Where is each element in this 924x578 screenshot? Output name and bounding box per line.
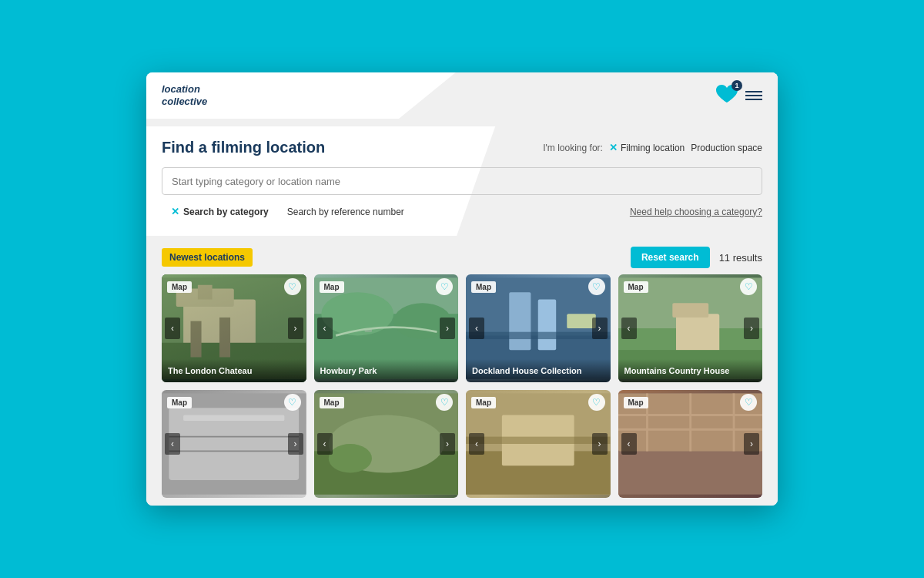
card1-top: Map ♡ (162, 274, 306, 299)
card6-prev-button[interactable]: ‹ (317, 433, 333, 455)
card2-next-button[interactable]: › (440, 318, 455, 339)
card-london-chateau[interactable]: Map ♡ ‹ › The London Chateau (162, 274, 306, 382)
favorites-button[interactable]: 1 (715, 83, 739, 108)
card6-fav-button[interactable]: ♡ (436, 394, 453, 411)
looking-for-label: I'm looking for: (543, 143, 603, 153)
card1-prev-button[interactable]: ‹ (165, 318, 180, 339)
card-dockland-house[interactable]: Map ♡ ‹ › Dockland House Collection (466, 274, 611, 382)
svg-rect-35 (466, 437, 611, 444)
card1-fav-button[interactable]: ♡ (284, 278, 301, 295)
card1-next-button[interactable]: › (288, 318, 303, 339)
menu-icon[interactable] (745, 91, 762, 100)
search-input[interactable] (172, 176, 752, 187)
tab-category-label: Search by category (183, 207, 269, 217)
tab-category-x: ✕ (171, 206, 179, 217)
card-row2-1[interactable]: Map ♡ ‹ › (162, 390, 306, 498)
filter-filming[interactable]: ✕ Filming location (609, 142, 685, 153)
svg-rect-15 (538, 300, 556, 351)
svg-rect-16 (466, 332, 611, 339)
card-row2-4[interactable]: Map ♡ ‹ › (618, 390, 763, 498)
search-title: Find a filming location (162, 139, 325, 156)
results-count: 11 results (719, 252, 762, 264)
card8-top: Map ♡ (618, 390, 763, 415)
logo: location collective (162, 83, 207, 107)
card6-next-button[interactable]: › (440, 433, 455, 455)
card4-overlay: Mountains Country House (618, 359, 763, 382)
card8-map-label[interactable]: Map (624, 397, 648, 408)
card2-fav-button[interactable]: ♡ (436, 278, 453, 295)
card5-fav-button[interactable]: ♡ (284, 394, 301, 411)
svg-point-31 (328, 444, 371, 473)
card2-title: Howbury Park (320, 365, 453, 376)
card-row2-3[interactable]: Map ♡ ‹ › (466, 390, 611, 498)
card3-map-label[interactable]: Map (471, 281, 496, 293)
main-content: Find a filming location I'm looking for:… (146, 119, 778, 506)
search-tabs: ✕ Search by category Search by reference… (162, 203, 762, 220)
card4-title: Mountains Country House (624, 365, 757, 376)
favorites-badge: 1 (732, 80, 742, 91)
card4-map-label[interactable]: Map (624, 281, 648, 293)
reset-search-button[interactable]: Reset search (631, 247, 710, 268)
header-right: 1 (715, 83, 762, 108)
tab-reference-label: Search by reference number (287, 207, 404, 217)
card8-prev-button[interactable]: ‹ (621, 433, 637, 455)
svg-rect-6 (219, 318, 230, 358)
card1-map-label[interactable]: Map (167, 281, 192, 293)
search-header: Find a filming location I'm looking for:… (162, 139, 762, 156)
looking-for-bar: I'm looking for: ✕ Filming location Prod… (543, 142, 762, 153)
tab-by-category[interactable]: ✕ Search by category (162, 203, 278, 220)
search-section-bg: Find a filming location I'm looking for:… (146, 126, 778, 236)
filter-production[interactable]: Production space (691, 143, 762, 153)
card3-prev-button[interactable]: ‹ (469, 318, 484, 339)
svg-rect-21 (672, 303, 708, 318)
card4-top: Map ♡ (618, 274, 763, 299)
logo-line2: collective (162, 96, 207, 108)
svg-rect-14 (509, 292, 531, 350)
newest-badge: Newest locations (162, 248, 253, 267)
card4-prev-button[interactable]: ‹ (621, 318, 637, 339)
logo-line1: location (162, 83, 207, 96)
card1-overlay: The London Chateau (162, 359, 306, 382)
card7-map-label[interactable]: Map (471, 397, 496, 408)
card5-prev-button[interactable]: ‹ (165, 433, 180, 455)
card7-fav-button[interactable]: ♡ (588, 394, 605, 411)
header: location collective 1 (146, 72, 778, 119)
card3-title: Dockland House Collection (472, 365, 604, 376)
card7-next-button[interactable]: › (592, 433, 608, 455)
card2-top: Map ♡ (314, 274, 459, 299)
svg-rect-5 (191, 321, 202, 358)
card3-overlay: Dockland House Collection (466, 359, 611, 382)
results-right: Reset search 11 results (631, 247, 762, 268)
card2-prev-button[interactable]: ‹ (317, 318, 333, 339)
card-howbury-park[interactable]: Map ♡ ‹ › Howbury Park (314, 274, 459, 382)
card8-fav-button[interactable]: ♡ (740, 394, 757, 411)
card3-next-button[interactable]: › (592, 318, 608, 339)
card7-top: Map ♡ (466, 390, 611, 415)
card8-next-button[interactable]: › (744, 433, 759, 455)
search-input-wrapper[interactable] (162, 167, 762, 195)
card5-map-label[interactable]: Map (167, 397, 192, 408)
cards-grid: Map ♡ ‹ › The London Chateau (146, 274, 778, 506)
card6-top: Map ♡ (314, 390, 459, 415)
svg-rect-27 (183, 415, 284, 422)
card6-map-label[interactable]: Map (320, 397, 344, 408)
help-link[interactable]: Need help choosing a category? (630, 207, 762, 217)
card5-next-button[interactable]: › (288, 433, 303, 455)
card-row2-2[interactable]: Map ♡ ‹ › (314, 390, 459, 498)
card4-next-button[interactable]: › (744, 318, 759, 339)
card3-top: Map ♡ (466, 274, 611, 299)
card2-overlay: Howbury Park (314, 359, 459, 382)
search-section: Find a filming location I'm looking for:… (146, 126, 778, 236)
remove-filming-filter[interactable]: ✕ (609, 142, 618, 153)
card1-title: The London Chateau (168, 365, 300, 376)
card2-map-label[interactable]: Map (320, 281, 344, 293)
browser-window: location collective 1 Find a (146, 72, 778, 506)
card4-fav-button[interactable]: ♡ (740, 278, 757, 295)
tab-buttons: ✕ Search by category Search by reference… (162, 203, 413, 220)
filter-production-label: Production space (691, 143, 762, 153)
card-mountains-country[interactable]: Map ♡ ‹ › Mountains Country House (618, 274, 763, 382)
card7-prev-button[interactable]: ‹ (469, 433, 484, 455)
card3-fav-button[interactable]: ♡ (588, 278, 605, 295)
filter-filming-label: Filming location (621, 143, 685, 153)
tab-by-reference[interactable]: Search by reference number (278, 203, 413, 220)
